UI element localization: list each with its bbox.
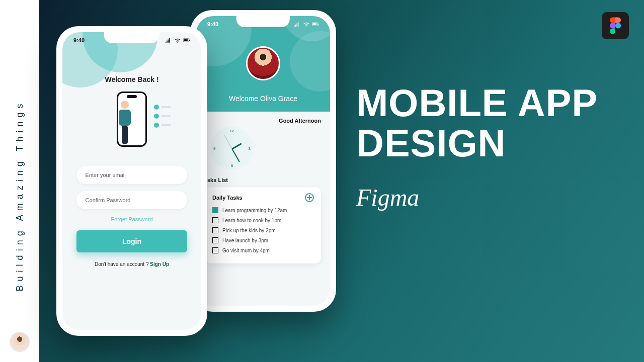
password-field[interactable]: Confirm Password bbox=[76, 191, 188, 209]
welcome-title: Welcome Back ! bbox=[62, 75, 201, 83]
headline: MOBILE APP DESIGN Figma bbox=[356, 83, 598, 211]
signup-link[interactable]: Sign Up bbox=[150, 261, 169, 267]
greeting-text: Good Afternoon bbox=[205, 118, 321, 124]
task-row[interactable]: Have launch by 3pm bbox=[212, 237, 314, 243]
notch bbox=[104, 32, 159, 43]
left-rail-text: Building Amazing Things bbox=[15, 100, 25, 291]
dashboard-header: Welcome Oliva Grace bbox=[196, 16, 330, 112]
forgot-password-link[interactable]: Forget Password bbox=[62, 216, 201, 222]
phone-dashboard: 9:40 Welcome Oliva Grace Good Afternoon … bbox=[190, 10, 336, 312]
task-text: Go visit mum by 4pm bbox=[222, 248, 270, 253]
login-illustration bbox=[102, 92, 162, 157]
tasks-card: Daily Tasks Learn programming by 12amLea… bbox=[205, 187, 321, 263]
task-checkbox[interactable] bbox=[212, 237, 218, 243]
task-row[interactable]: Learn programming by 12am bbox=[212, 207, 314, 213]
tasks-card-title: Daily Tasks bbox=[212, 195, 243, 201]
add-task-icon[interactable] bbox=[305, 193, 314, 202]
status-time: 9:40 bbox=[207, 21, 218, 27]
tasks-list-label: sks List bbox=[207, 177, 321, 183]
task-text: Pick up the kids by 2pm bbox=[222, 228, 276, 233]
headline-line2: DESIGN bbox=[356, 123, 598, 163]
left-rail: Building Amazing Things bbox=[0, 0, 39, 362]
task-text: Learn how to cook by 1pm bbox=[222, 218, 281, 223]
task-checkbox[interactable] bbox=[212, 247, 218, 253]
task-text: Learn programming by 12am bbox=[222, 208, 287, 213]
headline-line1: MOBILE APP bbox=[356, 83, 598, 123]
svg-rect-2 bbox=[312, 23, 316, 25]
clock-icon: 12 3 6 9 bbox=[210, 127, 254, 170]
figma-logo-icon bbox=[602, 12, 629, 39]
task-text: Have launch by 3pm bbox=[222, 238, 268, 243]
signup-row: Don't have an account ? Sign Up bbox=[62, 261, 201, 267]
tool-name: Figma bbox=[356, 184, 598, 211]
user-avatar[interactable] bbox=[246, 46, 280, 80]
task-row[interactable]: Pick up the kids by 2pm bbox=[212, 227, 314, 233]
task-row[interactable]: Go visit mum by 4pm bbox=[212, 247, 314, 253]
task-checkbox[interactable] bbox=[212, 207, 218, 213]
task-checkbox[interactable] bbox=[212, 227, 218, 233]
email-field[interactable]: Enter your email bbox=[76, 166, 188, 184]
phone-login: 9:40 Welcome Back ! Enter your email Con… bbox=[56, 26, 207, 336]
notch bbox=[236, 16, 290, 27]
svg-point-0 bbox=[615, 23, 621, 29]
status-signal-icon bbox=[294, 22, 319, 27]
svg-rect-3 bbox=[318, 24, 318, 25]
author-avatar bbox=[10, 332, 30, 352]
welcome-user: Welcome Oliva Grace bbox=[196, 95, 330, 103]
task-checkbox[interactable] bbox=[212, 217, 218, 223]
login-button[interactable]: Login bbox=[76, 230, 188, 252]
task-row[interactable]: Learn how to cook by 1pm bbox=[212, 217, 314, 223]
